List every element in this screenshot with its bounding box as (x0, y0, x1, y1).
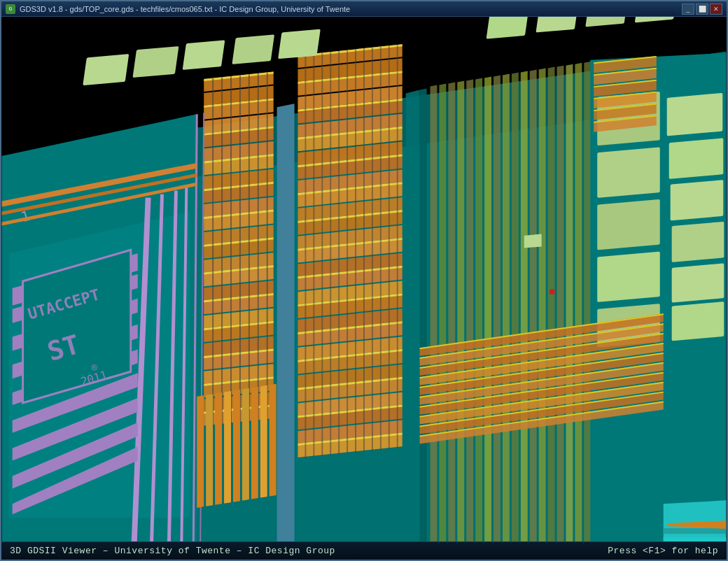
svg-marker-123 (420, 88, 427, 541)
svg-rect-118 (372, 48, 373, 451)
svg-marker-127 (457, 81, 464, 541)
close-button[interactable]: ✕ (710, 3, 722, 15)
svg-rect-210 (251, 387, 258, 499)
svg-marker-196 (664, 500, 727, 541)
svg-rect-115 (346, 50, 348, 454)
svg-point-200 (550, 289, 555, 294)
svg-rect-121 (397, 45, 398, 448)
svg-rect-117 (363, 48, 365, 452)
svg-marker-141 (584, 62, 591, 541)
svg-rect-209 (242, 388, 249, 501)
svg-rect-205 (206, 394, 213, 506)
svg-marker-134 (521, 71, 528, 541)
svg-rect-208 (233, 390, 240, 502)
svg-rect-160 (597, 147, 660, 197)
minimize-button[interactable]: _ (682, 3, 694, 15)
svg-rect-162 (597, 252, 660, 302)
svg-rect-145 (183, 40, 225, 70)
svg-rect-119 (380, 46, 382, 450)
chip-svg: UTACCEPT ST ® 2011 1 (1, 17, 727, 541)
svg-marker-135 (530, 70, 537, 541)
svg-rect-211 (260, 385, 267, 498)
svg-marker-140 (575, 63, 582, 541)
svg-rect-144 (132, 46, 178, 78)
3d-viewport[interactable]: UTACCEPT ST ® 2011 1 (1, 17, 727, 541)
svg-rect-157 (672, 263, 724, 302)
svg-rect-203 (524, 234, 542, 248)
svg-rect-206 (215, 392, 222, 505)
svg-rect-161 (597, 199, 660, 250)
chip-canvas: UTACCEPT ST ® 2011 1 (1, 17, 727, 541)
svg-marker-133 (512, 73, 519, 541)
svg-marker-138 (557, 66, 564, 541)
svg-rect-156 (672, 222, 724, 262)
svg-rect-153 (667, 93, 723, 136)
status-right-text: Press <F1> for help (608, 546, 718, 556)
svg-rect-111 (313, 54, 314, 457)
svg-rect-146 (232, 34, 274, 64)
svg-marker-125 (439, 83, 446, 541)
svg-marker-130 (484, 77, 491, 541)
svg-rect-112 (321, 52, 323, 456)
svg-rect-197 (664, 528, 727, 534)
svg-marker-139 (566, 64, 573, 541)
svg-rect-207 (224, 391, 231, 504)
svg-rect-148 (486, 17, 529, 39)
svg-rect-57 (212, 78, 214, 427)
status-left-text: 3D GDSII Viewer – University of Twente –… (10, 546, 335, 556)
app-icon: G (6, 4, 15, 14)
svg-rect-158 (672, 301, 724, 341)
svg-marker-128 (466, 80, 473, 541)
svg-rect-204 (197, 395, 204, 508)
svg-rect-113 (330, 52, 331, 455)
svg-rect-58 (221, 77, 223, 425)
svg-marker-124 (430, 85, 437, 541)
svg-rect-147 (278, 29, 321, 59)
svg-rect-61 (248, 74, 250, 422)
svg-rect-63 (267, 72, 268, 420)
svg-rect-60 (239, 76, 241, 424)
svg-rect-120 (388, 45, 390, 449)
title-bar: G GDS3D v1.8 - gds/TOP_core.gds - techfi… (1, 1, 727, 17)
svg-marker-129 (475, 78, 482, 541)
window-controls[interactable]: _ ⬜ ✕ (682, 3, 722, 15)
svg-marker-137 (548, 67, 555, 541)
svg-marker-132 (503, 74, 510, 541)
svg-marker-65 (277, 104, 295, 541)
status-bar: 3D GDSII Viewer – University of Twente –… (1, 541, 727, 560)
main-window: G GDS3D v1.8 - gds/TOP_core.gds - techfi… (0, 0, 728, 561)
svg-rect-59 (230, 76, 232, 425)
svg-rect-110 (304, 55, 306, 458)
svg-rect-116 (355, 49, 356, 453)
svg-rect-212 (270, 384, 276, 497)
restore-button[interactable]: ⬜ (696, 3, 708, 15)
svg-marker-126 (448, 83, 455, 541)
svg-rect-154 (669, 138, 724, 179)
svg-rect-198 (664, 537, 727, 541)
svg-rect-62 (258, 73, 259, 422)
svg-marker-131 (493, 76, 500, 541)
svg-marker-136 (539, 69, 546, 541)
title-bar-left: G GDS3D v1.8 - gds/TOP_core.gds - techfi… (6, 4, 350, 14)
svg-rect-155 (671, 180, 724, 220)
svg-rect-114 (338, 51, 340, 455)
svg-rect-143 (83, 54, 129, 85)
window-title: GDS3D v1.8 - gds/TOP_core.gds - techfile… (20, 5, 350, 13)
svg-marker-122 (406, 90, 420, 541)
